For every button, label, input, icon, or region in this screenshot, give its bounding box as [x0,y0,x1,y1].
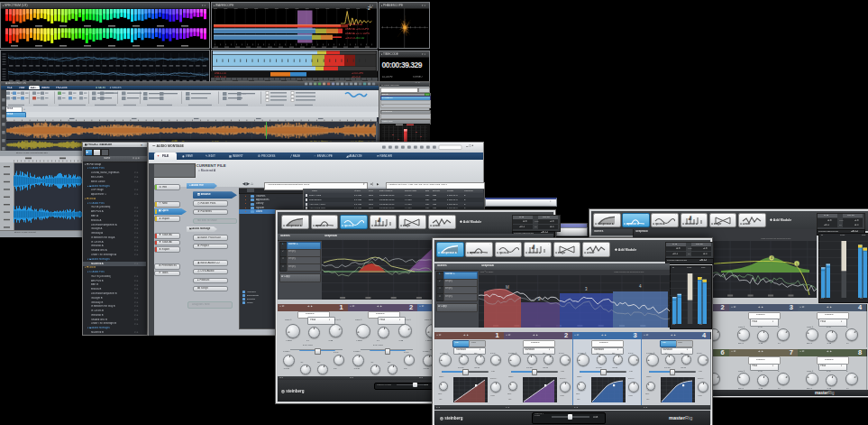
svg-text:▟: ▟ [531,245,535,249]
svg-text:3: 3 [585,287,588,291]
svg-text:4: 4 [639,284,642,289]
svg-text:M: M [506,285,509,290]
svg-text:▟: ▟ [377,217,381,222]
svg-text:▟: ▟ [688,216,692,220]
